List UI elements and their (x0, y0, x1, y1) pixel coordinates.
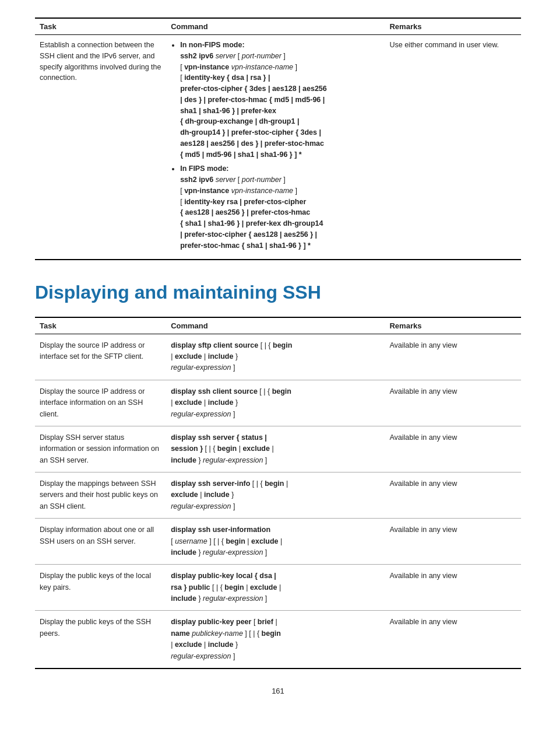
top-table-header-remarks: Remarks (385, 18, 521, 35)
top-table-task: Establish a connection between the SSH c… (35, 35, 166, 260)
task-cell: Display the public keys of the local key… (35, 565, 166, 611)
task-cell: Display SSH server status information or… (35, 426, 166, 472)
remarks-cell: Available in any view (385, 334, 521, 380)
command-cell: display ssh user-information [ username … (166, 519, 385, 565)
top-table-command: In non-FIPS mode: ssh2 ipv6 server [ por… (166, 35, 385, 260)
table-row: Display SSH server status information or… (35, 426, 521, 472)
command-cell: display sftp client source [ | { begin |… (166, 334, 385, 380)
task-cell: Display the mappings between SSH servers… (35, 473, 166, 519)
task-cell: Display the source IP address or interfa… (35, 334, 166, 380)
table-row: Display the public keys of the SSH peers… (35, 611, 521, 668)
table-row: Establish a connection between the SSH c… (35, 35, 521, 260)
list-item: In FIPS mode: ssh2 ipv6 server [ port-nu… (180, 163, 380, 251)
top-table-header-task: Task (35, 18, 166, 35)
task-cell: Display the public keys of the SSH peers… (35, 611, 166, 668)
table-row: Display the mappings between SSH servers… (35, 473, 521, 519)
top-table: Task Command Remarks Establish a connect… (35, 18, 521, 260)
remarks-cell: Available in any view (385, 565, 521, 611)
bottom-table: Task Command Remarks Display the source … (35, 317, 521, 669)
command-cell: display ssh client source [ | { begin | … (166, 380, 385, 426)
remarks-cell: Available in any view (385, 426, 521, 472)
command-cell: display ssh server-info [ | { begin | ex… (166, 473, 385, 519)
command-cell: display public-key peer [ brief | name p… (166, 611, 385, 668)
section-heading: Displaying and maintaining SSH (35, 281, 521, 303)
table-row: Display the public keys of the local key… (35, 565, 521, 611)
table-row: Display the source IP address or interfa… (35, 334, 521, 380)
remarks-cell: Available in any view (385, 380, 521, 426)
table-row: Display information about one or all SSH… (35, 519, 521, 565)
remarks-cell: Available in any view (385, 611, 521, 668)
list-item: In non-FIPS mode: ssh2 ipv6 server [ por… (180, 40, 380, 160)
command-cell: display public-key local { dsa | rsa } p… (166, 565, 385, 611)
remarks-cell: Available in any view (385, 473, 521, 519)
table-row: Display the source IP address or interfa… (35, 380, 521, 426)
remarks-cell: Available in any view (385, 519, 521, 565)
task-cell: Display the source IP address or interfa… (35, 380, 166, 426)
bottom-table-header-remarks: Remarks (385, 317, 521, 334)
bottom-table-header-command: Command (166, 317, 385, 334)
bottom-table-header-task: Task (35, 317, 166, 334)
top-table-remarks: Use either command in user view. (385, 35, 521, 260)
top-table-header-command: Command (166, 18, 385, 35)
command-cell: display ssh server { status | session } … (166, 426, 385, 472)
page-number: 161 (35, 687, 521, 695)
task-cell: Display information about one or all SSH… (35, 519, 166, 565)
